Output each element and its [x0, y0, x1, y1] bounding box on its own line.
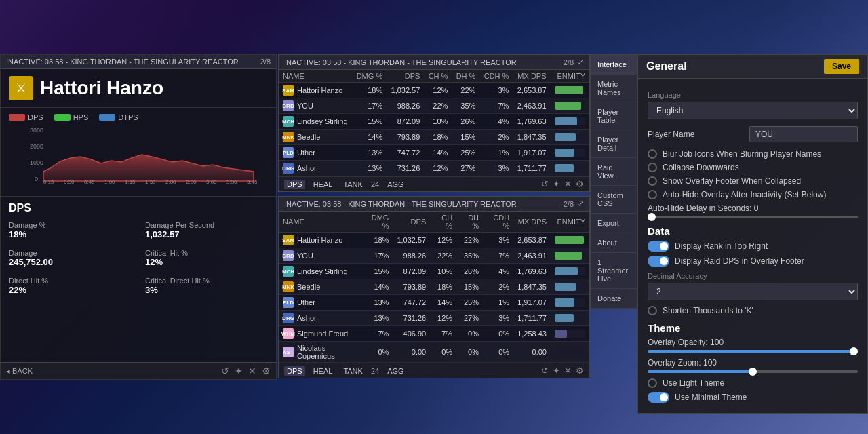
- settings-nav-streamer[interactable]: 1 Streamer Live: [591, 253, 637, 289]
- col-dps-b: DPS: [393, 212, 430, 233]
- overlay-opacity-label: Overlay Opacity: 100: [648, 338, 858, 347]
- back-button[interactable]: ◂ BACK: [6, 367, 33, 376]
- decimal-accuracy-select[interactable]: 2 0 1 3: [648, 283, 858, 300]
- tab-dps-top[interactable]: DPS: [284, 180, 305, 189]
- bottom-overlay-expand-icon[interactable]: ⤢: [578, 199, 584, 208]
- legend-dps-dot: [9, 114, 25, 121]
- reset-icon-top[interactable]: ↺: [541, 179, 549, 189]
- close-icon-bottom[interactable]: ✕: [564, 366, 572, 376]
- tab-dps-bottom[interactable]: DPS: [284, 366, 305, 376]
- settings-nav-player-detail[interactable]: Player Detail: [591, 130, 637, 158]
- svg-text:2:30: 2:30: [186, 179, 197, 185]
- auto-hide-radio[interactable]: [648, 190, 657, 199]
- reset-icon[interactable]: ↺: [221, 366, 229, 376]
- cell-name: AST Nicolaus Copernicus: [279, 342, 361, 363]
- star-icon-top[interactable]: ✦: [553, 179, 560, 189]
- settings-nav-donate[interactable]: Donate: [591, 289, 637, 309]
- stat-cdh-val: 3%: [145, 285, 158, 295]
- close-icon-top[interactable]: ✕: [564, 179, 572, 189]
- cell-dps: 0.00: [393, 342, 430, 363]
- col-dmg-pct: DMG %: [352, 70, 387, 83]
- tab-agg-bottom[interactable]: AGG: [384, 366, 406, 376]
- svg-text:1:15: 1:15: [125, 179, 136, 185]
- cell-mxdps: 1,769.63: [513, 114, 550, 130]
- tab-tank-bottom[interactable]: TANK: [340, 366, 366, 376]
- save-button[interactable]: Save: [824, 59, 859, 74]
- cell-dh: 15%: [452, 130, 479, 145]
- left-panel-badge: 2/8: [260, 58, 271, 66]
- cell-enmity: [551, 145, 589, 161]
- top-overlay-table-header-row: NAME DMG % DPS CH % DH % CDH % MX DPS EN…: [279, 70, 589, 83]
- gear-icon[interactable]: ⚙: [262, 366, 271, 376]
- blur-icons-label: Blur Job Icons When Blurring Player Name…: [663, 149, 821, 159]
- blur-icons-radio[interactable]: [648, 149, 657, 159]
- table-row: DRG Ashor 13% 731.26 12% 27% 3% 1,711.77: [279, 311, 589, 326]
- tab-24-top[interactable]: 24: [371, 180, 379, 189]
- show-footer-radio[interactable]: [648, 176, 657, 186]
- stat-damage-pct: Damage % 18%: [9, 221, 132, 239]
- reset-icon-bottom[interactable]: ↺: [541, 366, 549, 376]
- star-icon-bottom[interactable]: ✦: [553, 366, 560, 376]
- top-overlay-badge: 2/8: [564, 58, 574, 66]
- tab-heal-bottom[interactable]: HEAL: [311, 366, 336, 376]
- settings-header-bar: General Save: [638, 55, 867, 79]
- table-row: MNK Beedle 14% 793.89 18% 15% 2% 1,847.3…: [279, 130, 589, 145]
- top-overlay-table-body: SAM Hattori Hanzo 18% 1,032.57 12% 22% 3…: [279, 83, 589, 176]
- col-dh: DH %: [452, 70, 479, 83]
- cell-ch: 14%: [430, 295, 456, 311]
- stat-damage-label: Damage: [9, 249, 132, 257]
- rank-toggle[interactable]: [648, 241, 669, 252]
- bottom-overlay-table: NAME DMG % DPS CH % DH % CDH % MX DPS EN…: [279, 212, 589, 363]
- zoom-slider[interactable]: [648, 370, 858, 373]
- cell-cdh: 3%: [479, 83, 513, 98]
- settings-nav-custom-css[interactable]: Custom CSS: [591, 186, 637, 214]
- auto-hide-slider-thumb: [648, 213, 656, 221]
- raid-dps-toggle[interactable]: [648, 256, 669, 267]
- gear-icon-top[interactable]: ⚙: [576, 179, 584, 189]
- legend-dtps: DTPS: [99, 113, 138, 121]
- tab-tank-top[interactable]: TANK: [340, 180, 366, 189]
- language-select[interactable]: English: [648, 102, 858, 119]
- settings-title: General: [646, 60, 687, 73]
- cell-cdh: 1%: [479, 145, 513, 161]
- cell-mxdps: 1,847.35: [513, 279, 551, 295]
- svg-text:2000: 2000: [30, 143, 43, 150]
- stat-damage-val: 245,752.00: [9, 257, 53, 267]
- settings-nav-about[interactable]: About: [591, 233, 637, 253]
- close-icon[interactable]: ✕: [248, 366, 256, 376]
- settings-nav-raid-view[interactable]: Raid View: [591, 158, 637, 186]
- settings-nav: Interface Metric Names Player Table Play…: [590, 54, 637, 309]
- opacity-slider[interactable]: [648, 350, 858, 353]
- col-dps: DPS: [387, 70, 424, 83]
- shorten-radio[interactable]: [648, 306, 657, 315]
- cell-dh: 25%: [452, 145, 479, 161]
- cell-dh: 0%: [456, 326, 483, 342]
- stat-cdh: Critical Direct Hit % 3%: [145, 277, 268, 295]
- tab-heal-top[interactable]: HEAL: [311, 180, 336, 189]
- settings-nav-export[interactable]: Export: [591, 214, 637, 233]
- gear-icon-bottom[interactable]: ⚙: [576, 366, 584, 376]
- bottom-overlay-footer: DPS HEAL TANK 24 AGG ↺ ✦ ✕ ⚙: [279, 363, 589, 378]
- rank-label: Display Rank in Top Right: [675, 241, 768, 251]
- tab-24-bottom[interactable]: 24: [371, 367, 379, 375]
- bottom-overlay-badge: 2/8: [564, 200, 574, 208]
- minimal-theme-toggle[interactable]: [648, 392, 669, 403]
- cell-ch: 22%: [430, 248, 456, 264]
- light-theme-label: Use Light Theme: [663, 378, 724, 388]
- auto-hide-slider[interactable]: [648, 216, 858, 218]
- player-name-input[interactable]: [749, 126, 858, 142]
- settings-nav-interface[interactable]: Interface: [591, 55, 637, 75]
- settings-nav-metric-names[interactable]: Metric Names: [591, 75, 637, 102]
- cell-cdh: 4%: [479, 114, 513, 130]
- cell-enmity: [551, 326, 589, 342]
- settings-nav-player-table[interactable]: Player Table: [591, 102, 637, 130]
- top-overlay-footer: DPS HEAL TANK 24 AGG ↺ ✦ ✕ ⚙: [279, 176, 589, 191]
- top-overlay-expand-icon[interactable]: ⤢: [578, 58, 584, 66]
- tab-agg-top[interactable]: AGG: [384, 180, 406, 189]
- table-row: DRG Ashor 13% 731.26 12% 27% 3% 1,711.77: [279, 161, 589, 176]
- collapse-down-radio[interactable]: [648, 163, 657, 172]
- cell-dmg-pct: 13%: [361, 311, 393, 326]
- light-theme-radio[interactable]: [648, 378, 657, 388]
- star-icon[interactable]: ✦: [235, 366, 243, 376]
- cell-dps: 872.09: [387, 114, 424, 130]
